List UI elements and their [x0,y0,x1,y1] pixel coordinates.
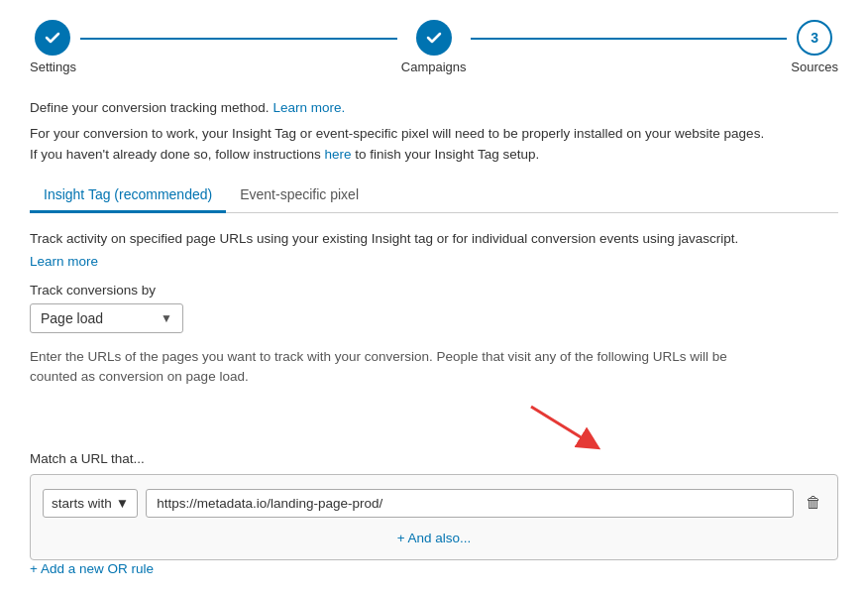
warning-text: For your conversion to work, your Insigh… [30,124,838,165]
url-info-text: Enter the URLs of the pages you want to … [30,347,838,388]
red-arrow-icon [511,402,610,451]
step-circle-settings [35,20,70,56]
define-text: Define your conversion tracking method. … [30,98,838,118]
url-input[interactable] [146,489,794,518]
tabs-container: Insight Tag (recommended) Event-specific… [30,179,838,213]
learn-more-link-track[interactable]: Learn more [30,254,98,269]
match-url-box: starts with ▼ 🗑 + And also... [30,474,838,560]
track-by-value: Page load [41,310,103,326]
step-connector-2 [471,38,788,40]
delete-icon[interactable]: 🗑 [802,490,825,516]
step-label-sources: Sources [791,60,838,74]
svg-line-1 [531,407,591,443]
and-also-container: + And also... [43,530,825,545]
step-sources: 3 Sources [791,20,838,74]
arrow-annotation [30,402,838,451]
track-by-dropdown[interactable]: Page load ▼ [30,303,183,333]
starts-with-value: starts with [52,496,112,511]
url-row: starts with ▼ 🗑 [43,489,825,518]
step-connector-1 [80,38,397,40]
tab-insight-tag[interactable]: Insight Tag (recommended) [30,179,226,213]
match-url-label: Match a URL that... [30,451,838,466]
and-also-link[interactable]: + And also... [397,531,472,545]
step-settings: Settings [30,20,76,74]
match-url-section: Match a URL that... starts with ▼ 🗑 + An… [30,451,838,576]
step-circle-campaigns [416,20,452,56]
step-circle-sources: 3 [797,20,832,56]
track-section: Track activity on specified page URLs us… [30,229,838,388]
starts-with-dropdown[interactable]: starts with ▼ [43,489,138,518]
stepper: Settings Campaigns 3 Sources [30,20,838,74]
dropdown-arrow-icon: ▼ [161,311,172,325]
starts-with-arrow-icon: ▼ [116,496,129,511]
track-description: Track activity on specified page URLs us… [30,229,838,249]
here-link[interactable]: here [325,147,352,162]
learn-more-link-header[interactable]: Learn more. [272,100,345,115]
add-or-rule-link[interactable]: + Add a new OR rule [30,561,154,576]
step-campaigns: Campaigns [401,20,467,74]
step-label-settings: Settings [30,60,76,74]
info-section: Define your conversion tracking method. … [30,98,838,165]
track-by-label: Track conversions by [30,283,838,298]
step-label-campaigns: Campaigns [401,60,467,74]
tab-event-specific-pixel[interactable]: Event-specific pixel [226,179,373,213]
step-number-sources: 3 [811,30,818,46]
